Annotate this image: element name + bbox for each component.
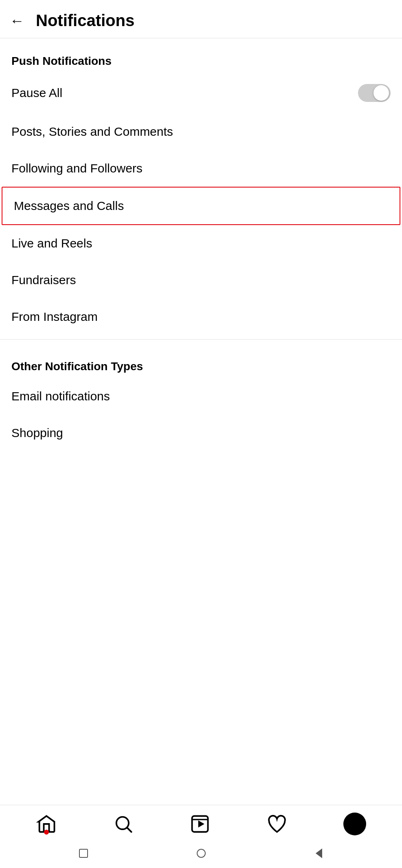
- section-divider: [0, 339, 402, 340]
- posts-stories-comments-label: Posts, Stories and Comments: [11, 125, 173, 139]
- avatar: [343, 813, 366, 835]
- pause-all-item[interactable]: Pause All: [0, 73, 402, 113]
- pause-all-toggle[interactable]: [358, 84, 391, 102]
- system-home-button[interactable]: [194, 846, 209, 861]
- from-instagram-label: From Instagram: [11, 310, 98, 324]
- other-notifications-section: Other Notification Types Email notificat…: [0, 344, 402, 451]
- messages-calls-label: Messages and Calls: [14, 199, 124, 213]
- fundraisers-label: Fundraisers: [11, 273, 76, 287]
- push-notifications-label: Push Notifications: [0, 38, 402, 73]
- menu-item-shopping[interactable]: Shopping: [0, 415, 402, 451]
- pause-all-label: Pause All: [11, 86, 62, 100]
- svg-rect-5: [79, 849, 88, 857]
- system-home-icon: [194, 846, 209, 861]
- email-notifications-label: Email notifications: [11, 389, 110, 403]
- menu-item-from-instagram[interactable]: From Instagram: [0, 298, 402, 335]
- back-button[interactable]: ←: [10, 13, 24, 28]
- header: ← Notifications: [0, 0, 402, 38]
- svg-marker-3: [198, 820, 204, 827]
- nav-icons-row: [0, 813, 402, 835]
- bottom-nav-bar: [0, 805, 402, 868]
- nav-home-button[interactable]: [36, 813, 57, 835]
- heart-icon: [266, 813, 288, 835]
- menu-item-messages-calls[interactable]: Messages and Calls: [2, 187, 400, 225]
- following-followers-label: Following and Followers: [11, 161, 143, 175]
- system-back-icon: [312, 846, 326, 861]
- nav-search-button[interactable]: [113, 813, 134, 835]
- page-title: Notifications: [36, 11, 134, 30]
- recents-icon: [76, 846, 91, 861]
- menu-item-email-notifications[interactable]: Email notifications: [0, 378, 402, 415]
- nav-profile-button[interactable]: [343, 813, 366, 835]
- svg-point-6: [197, 849, 205, 857]
- svg-line-1: [127, 828, 132, 832]
- nav-activity-button[interactable]: [266, 813, 288, 835]
- system-recents-button[interactable]: [76, 846, 91, 861]
- home-notification-dot: [44, 830, 49, 835]
- system-back-button[interactable]: [312, 846, 326, 861]
- menu-item-live-reels[interactable]: Live and Reels: [0, 225, 402, 262]
- push-notifications-section: Push Notifications Pause All Posts, Stor…: [0, 38, 402, 335]
- other-notifications-label: Other Notification Types: [0, 344, 402, 378]
- menu-item-following-followers[interactable]: Following and Followers: [0, 150, 402, 187]
- menu-item-posts-stories-comments[interactable]: Posts, Stories and Comments: [0, 113, 402, 150]
- menu-item-fundraisers[interactable]: Fundraisers: [0, 262, 402, 298]
- live-reels-label: Live and Reels: [11, 236, 92, 250]
- content-area: Push Notifications Pause All Posts, Stor…: [0, 38, 402, 805]
- toggle-knob: [373, 85, 389, 101]
- nav-reels-button[interactable]: [189, 813, 211, 835]
- svg-marker-7: [316, 848, 322, 858]
- reels-icon: [189, 813, 211, 835]
- shopping-label: Shopping: [11, 426, 63, 440]
- search-icon: [113, 813, 134, 835]
- system-nav: [0, 842, 402, 865]
